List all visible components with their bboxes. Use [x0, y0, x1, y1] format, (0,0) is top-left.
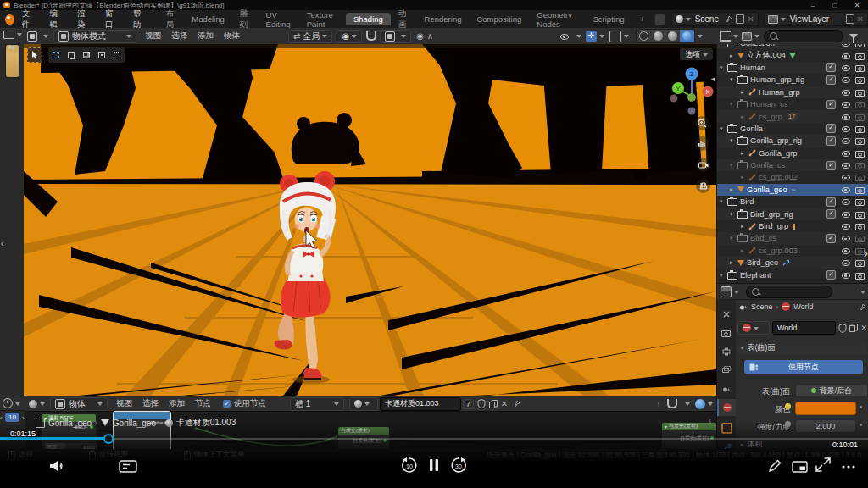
- tweak-tool-button[interactable]: [27, 47, 42, 63]
- disable-render-icon[interactable]: [855, 210, 865, 219]
- solid-shading-button[interactable]: [651, 30, 665, 42]
- outliner-item-label[interactable]: Gorilla: [740, 125, 763, 133]
- outliner-panel[interactable]: Collection ~: [716, 44, 868, 283]
- hide-eye-icon[interactable]: [841, 52, 851, 60]
- volume-button[interactable]: [49, 459, 66, 473]
- select-difference-button[interactable]: [94, 47, 109, 63]
- viewport-editor-caret-icon[interactable]: [41, 31, 48, 41]
- outliner-row[interactable]: Bird_grp_rig ~: [717, 208, 868, 219]
- outliner-item-label[interactable]: Collection: [740, 44, 775, 47]
- tab-output[interactable]: [717, 343, 736, 360]
- menu-item[interactable]: 窗口: [97, 8, 125, 30]
- rendered-shading-button[interactable]: [680, 30, 694, 42]
- filter-icon[interactable]: [849, 34, 858, 39]
- outliner-item-label[interactable]: Gorilla_geo: [747, 186, 787, 194]
- hide-eye-icon[interactable]: [841, 75, 851, 84]
- camera-view-button[interactable]: [696, 158, 710, 172]
- outliner-item-label[interactable]: Bird_grp_rig: [750, 210, 793, 219]
- delete-scene-icon[interactable]: ✕: [747, 14, 754, 24]
- outliner-row[interactable]: Human_grp ~: [717, 86, 868, 98]
- disclosure-arrow[interactable]: [730, 76, 737, 83]
- transform-orientation-dropdown[interactable]: ⇄ 全局: [288, 30, 332, 43]
- disclosure-arrow[interactable]: [730, 186, 737, 193]
- mode-dropdown[interactable]: 物体模式: [53, 30, 136, 43]
- outliner-item-label[interactable]: Human_cs: [750, 100, 787, 108]
- pip-button[interactable]: [792, 461, 808, 473]
- viewport-menu-item[interactable]: 添加: [192, 30, 219, 42]
- shader-type-dropdown[interactable]: 物体: [50, 397, 108, 411]
- hide-eye-icon[interactable]: [841, 44, 851, 47]
- forward-button[interactable]: 30: [449, 458, 468, 473]
- workspace-tab[interactable]: UV Editing: [259, 8, 299, 30]
- options-dropdown[interactable]: 选项: [680, 48, 713, 60]
- hide-eye-icon[interactable]: [841, 258, 851, 267]
- viewport-menu-item[interactable]: 物体: [219, 30, 245, 42]
- exclude-checkbox[interactable]: [826, 100, 836, 109]
- display-mode-icon[interactable]: [742, 32, 752, 41]
- disclosure-arrow[interactable]: [720, 64, 727, 71]
- timeline-header[interactable]: [0, 396, 25, 411]
- viewport-menu-item[interactable]: 选择: [166, 30, 192, 42]
- exclude-checkbox[interactable]: [826, 234, 836, 243]
- outliner-item-label[interactable]: Gorilla_grp_rig: [750, 136, 802, 145]
- new-layer-icon[interactable]: [846, 14, 854, 24]
- video-seek-knob[interactable]: [103, 434, 114, 444]
- disable-render-icon[interactable]: [855, 161, 865, 169]
- menu-item[interactable]: 编辑: [42, 8, 70, 30]
- fullscreen-button[interactable]: [815, 458, 831, 472]
- disable-render-icon[interactable]: [855, 234, 865, 242]
- disable-render-icon[interactable]: [855, 64, 865, 72]
- outliner-row[interactable]: Bird_grp ~: [717, 220, 868, 232]
- workspace-extra-button[interactable]: [655, 14, 665, 25]
- use-nodes-checkbox[interactable]: [223, 400, 231, 408]
- shader-snap-magnet-icon[interactable]: [667, 399, 677, 408]
- breadcrumb-material-name[interactable]: 卡通材质01.003: [176, 417, 236, 429]
- disclosure-arrow[interactable]: [720, 125, 727, 132]
- navigation-gizmo[interactable]: Z Y X: [670, 66, 714, 115]
- maximize-button[interactable]: □: [824, 2, 846, 9]
- hide-eye-icon[interactable]: [841, 88, 851, 97]
- perspective-toggle-button[interactable]: [696, 179, 710, 193]
- outliner-row[interactable]: Bird_cs ~: [717, 232, 868, 244]
- viewport-menu-item[interactable]: 视图: [140, 30, 166, 42]
- outliner-row[interactable]: cs_grp.002 ~: [717, 171, 868, 183]
- disable-render-icon[interactable]: [855, 44, 865, 47]
- exclude-checkbox[interactable]: [826, 75, 836, 85]
- strength-animate-dot[interactable]: [860, 424, 862, 426]
- disable-render-icon[interactable]: [855, 197, 865, 206]
- visibility-dropdown-icon[interactable]: [559, 32, 570, 41]
- timeline-editor[interactable]: ‹ 10 ›: [0, 396, 25, 450]
- properties-panel[interactable]: Scene › World World ✕ ▾ 表(曲)面 使用节点 表(曲)面…: [716, 283, 868, 450]
- material-copy-icon[interactable]: [489, 400, 498, 408]
- select-subtract-button[interactable]: [79, 47, 94, 63]
- properties-options-caret-icon[interactable]: [858, 287, 865, 297]
- tab-world[interactable]: [717, 399, 736, 416]
- shader-editor-icon[interactable]: [29, 400, 37, 408]
- disable-render-icon[interactable]: [855, 88, 865, 97]
- new-scene-icon[interactable]: [736, 14, 744, 24]
- world-color-swatch[interactable]: [795, 402, 856, 415]
- disable-render-icon[interactable]: [855, 100, 865, 108]
- exclude-checkbox[interactable]: [826, 63, 836, 72]
- unlink-world-icon[interactable]: ✕: [860, 324, 867, 332]
- hide-eye-icon[interactable]: [841, 247, 851, 255]
- material-browse-dropdown[interactable]: [349, 397, 378, 411]
- shader-menu-item[interactable]: 视图: [111, 398, 137, 409]
- pin-icon[interactable]: [725, 15, 732, 23]
- tab-view-layer[interactable]: [717, 362, 736, 379]
- exclude-checkbox[interactable]: [826, 124, 836, 133]
- world-browse-dropdown[interactable]: [737, 321, 770, 335]
- sidebar-toggle-arrow[interactable]: ◂: [710, 75, 715, 83]
- outliner-row[interactable]: Gorilla_geo ~: [717, 184, 868, 196]
- edit-note-button[interactable]: [768, 459, 782, 473]
- outliner-item-label[interactable]: Bird_geo: [747, 258, 778, 267]
- hide-eye-icon[interactable]: [841, 136, 851, 145]
- copy-datablock-icon[interactable]: [849, 324, 858, 332]
- outliner-item-label[interactable]: Elephant: [740, 271, 771, 280]
- node-editor-scroll-chevron[interactable]: ‹: [709, 416, 711, 425]
- disclosure-arrow[interactable]: [720, 272, 727, 279]
- hide-eye-icon[interactable]: [841, 100, 851, 108]
- delete-layer-icon[interactable]: ✕: [857, 14, 864, 24]
- rewind-button[interactable]: 10: [400, 458, 419, 473]
- outliner-item-label[interactable]: cs_grp: [759, 113, 782, 121]
